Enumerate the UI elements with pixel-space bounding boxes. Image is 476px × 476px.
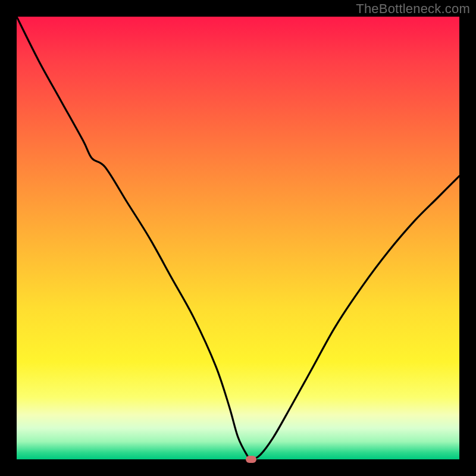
plot-area (17, 17, 459, 459)
minimum-marker (246, 456, 256, 463)
chart-frame: TheBottleneck.com (0, 0, 476, 476)
curve-path (17, 17, 459, 459)
watermark-text: TheBottleneck.com (356, 1, 470, 17)
bottleneck-curve (17, 17, 459, 459)
